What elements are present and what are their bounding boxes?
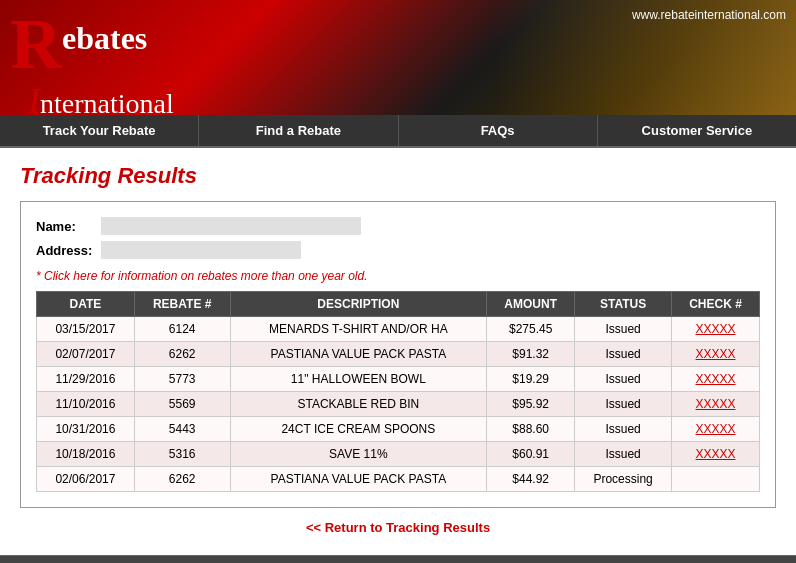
cell-date: 03/15/2017 [37, 317, 135, 342]
logo-area: Rebates International [10, 8, 174, 115]
col-date: DATE [37, 292, 135, 317]
cell-description: SAVE 11% [230, 442, 487, 467]
col-check: CHECK # [672, 292, 760, 317]
address-row: Address: [36, 241, 760, 259]
table-row: 02/07/20176262PASTIANA VALUE PACK PASTA$… [37, 342, 760, 367]
cell-rebate: 6262 [134, 342, 230, 367]
cell-description: PASTIANA VALUE PACK PASTA [230, 342, 487, 367]
name-value [101, 217, 361, 235]
cell-amount: $88.60 [487, 417, 575, 442]
cell-status: Processing [575, 467, 672, 492]
col-rebate: REBATE # [134, 292, 230, 317]
table-header-row: DATE REBATE # DESCRIPTION AMOUNT STATUS … [37, 292, 760, 317]
header: Rebates International www.rebateinternat… [0, 0, 796, 115]
cell-date: 11/10/2016 [37, 392, 135, 417]
cell-check[interactable]: XXXXX [672, 367, 760, 392]
check-link[interactable]: XXXXX [695, 372, 735, 386]
col-status: STATUS [575, 292, 672, 317]
col-description: DESCRIPTION [230, 292, 487, 317]
cell-check [672, 467, 760, 492]
check-link[interactable]: XXXXX [695, 347, 735, 361]
cell-rebate: 5316 [134, 442, 230, 467]
cell-description: 24CT ICE CREAM SPOONS [230, 417, 487, 442]
name-label: Name: [36, 219, 101, 234]
cell-status: Issued [575, 342, 672, 367]
return-to-tracking-link[interactable]: << Return to Tracking Results [306, 520, 490, 535]
cell-date: 10/31/2016 [37, 417, 135, 442]
address-value [101, 241, 301, 259]
rebate-table: DATE REBATE # DESCRIPTION AMOUNT STATUS … [36, 291, 760, 492]
cell-status: Issued [575, 417, 672, 442]
cell-status: Issued [575, 367, 672, 392]
logo-ebates-text: ebates [62, 20, 147, 57]
cell-amount: $95.92 [487, 392, 575, 417]
nav-bar: Track Your Rebate Find a Rebate FAQs Cus… [0, 115, 796, 148]
cell-check[interactable]: XXXXX [672, 342, 760, 367]
col-amount: AMOUNT [487, 292, 575, 317]
table-row: 02/06/20176262PASTIANA VALUE PACK PASTA$… [37, 467, 760, 492]
cell-check[interactable]: XXXXX [672, 417, 760, 442]
nav-faqs[interactable]: FAQs [399, 115, 598, 146]
cell-rebate: 6262 [134, 467, 230, 492]
cell-status: Issued [575, 317, 672, 342]
check-link[interactable]: XXXXX [695, 397, 735, 411]
nav-customer-service[interactable]: Customer Service [598, 115, 796, 146]
cell-description: 11" HALLOWEEN BOWL [230, 367, 487, 392]
results-box: Name: Address: * Click here for informat… [20, 201, 776, 508]
cell-check[interactable]: XXXXX [672, 392, 760, 417]
cell-status: Issued [575, 442, 672, 467]
cell-rebate: 6124 [134, 317, 230, 342]
cell-check[interactable]: XXXXX [672, 317, 760, 342]
cell-rebate: 5443 [134, 417, 230, 442]
cell-amount: $19.29 [487, 367, 575, 392]
logo-i-letter: I [28, 81, 40, 115]
name-row: Name: [36, 217, 760, 235]
logo-line2: International [28, 80, 174, 115]
address-label: Address: [36, 243, 101, 258]
cell-description: PASTIANA VALUE PACK PASTA [230, 467, 487, 492]
nav-track-rebate[interactable]: Track Your Rebate [0, 115, 199, 146]
cell-amount: $91.32 [487, 342, 575, 367]
cell-check[interactable]: XXXXX [672, 442, 760, 467]
cell-date: 02/06/2017 [37, 467, 135, 492]
cell-description: MENARDS T-SHIRT AND/OR HA [230, 317, 487, 342]
check-link[interactable]: XXXXX [695, 422, 735, 436]
logo-line1: Rebates [10, 8, 174, 80]
check-link[interactable]: XXXXX [695, 322, 735, 336]
footer: ©2004 - 2017. All Rights Reserved. [0, 555, 796, 563]
logo-nternational-text: nternational [40, 88, 174, 115]
table-row: 11/29/2016577311" HALLOWEEN BOWL$19.29Is… [37, 367, 760, 392]
click-info[interactable]: * Click here for information on rebates … [36, 269, 760, 283]
cell-date: 02/07/2017 [37, 342, 135, 367]
table-row: 10/18/20165316SAVE 11%$60.91IssuedXXXXX [37, 442, 760, 467]
logo-r-letter: R [10, 8, 62, 80]
cell-rebate: 5569 [134, 392, 230, 417]
table-body: 03/15/20176124MENARDS T-SHIRT AND/OR HA$… [37, 317, 760, 492]
cell-date: 11/29/2016 [37, 367, 135, 392]
cell-amount: $60.91 [487, 442, 575, 467]
main-content: Tracking Results Name: Address: * Click … [0, 148, 796, 555]
cell-status: Issued [575, 392, 672, 417]
nav-find-rebate[interactable]: Find a Rebate [199, 115, 398, 146]
check-link[interactable]: XXXXX [695, 447, 735, 461]
cell-amount: $44.92 [487, 467, 575, 492]
table-row: 03/15/20176124MENARDS T-SHIRT AND/OR HA$… [37, 317, 760, 342]
cell-rebate: 5773 [134, 367, 230, 392]
cell-amount: $275.45 [487, 317, 575, 342]
cell-date: 10/18/2016 [37, 442, 135, 467]
website-url: www.rebateinternational.com [632, 8, 786, 22]
table-row: 11/10/20165569STACKABLE RED BIN$95.92Iss… [37, 392, 760, 417]
table-row: 10/31/2016544324CT ICE CREAM SPOONS$88.6… [37, 417, 760, 442]
cell-description: STACKABLE RED BIN [230, 392, 487, 417]
page-title: Tracking Results [20, 163, 776, 189]
return-link-container: << Return to Tracking Results [20, 520, 776, 535]
